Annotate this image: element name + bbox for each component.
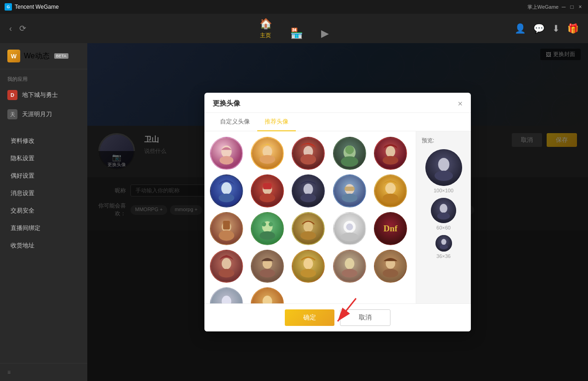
avatar-cell[interactable] bbox=[210, 174, 243, 207]
avatar-cell[interactable] bbox=[292, 174, 325, 207]
gift-button[interactable]: 🎁 bbox=[567, 23, 579, 34]
home-icon: 🏠 bbox=[260, 18, 272, 30]
video-icon: ▶ bbox=[321, 28, 329, 39]
svg-rect-36 bbox=[223, 221, 230, 230]
sidebar-menu-livestream[interactable]: 直播间绑定 bbox=[0, 219, 87, 237]
svg-point-14 bbox=[385, 146, 395, 157]
nav-store[interactable]: 🏪 bbox=[290, 28, 303, 39]
sidebar-item-tianya[interactable]: 天 天涯明月刀 bbox=[0, 105, 87, 124]
svg-point-74 bbox=[435, 171, 453, 181]
avatar-image bbox=[334, 138, 365, 169]
minimize-button[interactable]: ─ bbox=[560, 4, 567, 10]
avatar-cell[interactable] bbox=[251, 287, 284, 303]
avatar-cell[interactable] bbox=[251, 174, 284, 207]
avatar-image bbox=[252, 288, 283, 303]
avatar-image bbox=[293, 251, 324, 282]
dialog-tabs: 自定义头像 推荐头像 bbox=[204, 113, 471, 131]
svg-point-31 bbox=[385, 183, 396, 194]
avatar-image bbox=[252, 213, 283, 244]
sidebar-menu-privacy[interactable]: 隐私设置 bbox=[0, 150, 87, 167]
sidebar-menu-security[interactable]: 交易安全 bbox=[0, 202, 87, 219]
modal-overlay: 更换头像 × 自定义头像 推荐头像 bbox=[87, 43, 588, 381]
nav-bar: ‹ ⟳ 🏠 主页 🏪 ▶ 👤 💬 ⬇ 🎁 bbox=[0, 14, 588, 43]
avatar-cell[interactable] bbox=[210, 287, 243, 303]
svg-point-56 bbox=[260, 269, 275, 278]
svg-point-12 bbox=[341, 157, 358, 167]
svg-point-58 bbox=[304, 258, 313, 269]
avatar-image bbox=[293, 138, 324, 169]
sidebar: W We动态 BETA 我的应用 D 地下城与勇士 天 天涯明月刀 资料修改 隐… bbox=[0, 43, 87, 381]
avatar-cell[interactable] bbox=[374, 137, 407, 170]
avatar-cell[interactable] bbox=[333, 212, 366, 245]
avatar-cell[interactable] bbox=[292, 212, 325, 245]
svg-point-59 bbox=[300, 269, 316, 278]
avatar-cell[interactable]: Dnf bbox=[374, 212, 407, 245]
content-area: 🖼 更换封面 📷 更换头像 卫山 说些什么 取消 保存 bbox=[87, 43, 588, 381]
avatar-cell[interactable] bbox=[292, 137, 325, 170]
svg-point-79 bbox=[441, 239, 446, 245]
avatar-image bbox=[211, 288, 242, 303]
avatar-cell[interactable] bbox=[292, 250, 325, 283]
tab-recommend-avatar[interactable]: 推荐头像 bbox=[257, 113, 296, 131]
avatar-cell[interactable] bbox=[374, 250, 407, 283]
avatar-cell[interactable] bbox=[333, 250, 366, 283]
change-avatar-dialog: 更换头像 × 自定义头像 推荐头像 bbox=[204, 93, 471, 331]
svg-point-77 bbox=[437, 213, 450, 219]
nav-home[interactable]: 🏠 主页 bbox=[260, 18, 272, 39]
avatar-grid-area[interactable]: Dnf bbox=[204, 131, 416, 303]
sidebar-menu-profile[interactable]: 资料修改 bbox=[0, 132, 87, 150]
confirm-button[interactable]: 确定 bbox=[285, 309, 334, 326]
back-button[interactable]: ‹ bbox=[9, 24, 12, 34]
refresh-button[interactable]: ⟳ bbox=[19, 23, 26, 34]
svg-point-65 bbox=[383, 269, 398, 278]
sidebar-tianya-label: 天涯明月刀 bbox=[22, 110, 52, 118]
svg-point-35 bbox=[219, 230, 234, 241]
title-bar: G Tencent WeGame 掌上WeGame ─ □ × bbox=[0, 0, 588, 14]
palm-wegame-label: 掌上WeGame bbox=[527, 4, 559, 11]
svg-rect-21 bbox=[263, 183, 272, 189]
avatar-cell[interactable] bbox=[251, 137, 284, 170]
preview-size-60: 60×60 bbox=[436, 225, 451, 230]
nav-video[interactable]: ▶ bbox=[321, 28, 329, 39]
avatar-cell[interactable] bbox=[210, 212, 243, 245]
avatar-cell[interactable] bbox=[210, 137, 243, 170]
dialog-cancel-button[interactable]: 取消 bbox=[340, 309, 390, 326]
svg-point-15 bbox=[383, 156, 398, 165]
avatar-cell[interactable] bbox=[333, 137, 366, 170]
preview-size-36: 36×36 bbox=[436, 253, 451, 259]
maximize-button[interactable]: □ bbox=[569, 4, 575, 10]
avatar-cell[interactable] bbox=[251, 212, 284, 245]
avatar-cell[interactable] bbox=[333, 174, 366, 207]
svg-text:Dnf: Dnf bbox=[384, 224, 398, 233]
svg-point-32 bbox=[383, 194, 398, 202]
avatar-image bbox=[211, 251, 242, 282]
svg-point-47 bbox=[346, 224, 353, 230]
avatar-cell[interactable] bbox=[374, 174, 407, 207]
app-logo: G bbox=[5, 3, 12, 11]
sidebar-brand: W We动态 BETA bbox=[0, 43, 87, 69]
sidebar-item-dnf[interactable]: D 地下城与勇士 bbox=[0, 85, 87, 105]
avatar-image bbox=[334, 213, 365, 244]
title-bar-left: G Tencent WeGame bbox=[5, 3, 59, 11]
svg-point-24 bbox=[304, 184, 313, 195]
close-button[interactable]: × bbox=[577, 4, 583, 10]
preview-avatar-60 bbox=[431, 198, 456, 223]
preview-100: 100×100 bbox=[425, 149, 462, 193]
dialog-close-button[interactable]: × bbox=[458, 100, 463, 108]
sidebar-footer[interactable]: ≡ bbox=[0, 363, 87, 381]
message-button[interactable]: 💬 bbox=[533, 23, 545, 34]
svg-point-39 bbox=[262, 222, 266, 226]
user-avatar-nav[interactable]: 👤 bbox=[514, 23, 526, 34]
sidebar-menu-messages[interactable]: 消息设置 bbox=[0, 185, 87, 202]
sidebar-section-label: 我的应用 bbox=[0, 73, 87, 85]
avatar-cell[interactable] bbox=[210, 250, 243, 283]
preview-size-100: 100×100 bbox=[434, 188, 453, 193]
sidebar-menu-preferences[interactable]: 偶好设置 bbox=[0, 167, 87, 185]
avatar-image bbox=[293, 213, 324, 244]
avatar-cell[interactable] bbox=[251, 250, 284, 283]
svg-point-73 bbox=[438, 158, 449, 171]
download-button[interactable]: ⬇ bbox=[552, 23, 560, 34]
sidebar-menu-address[interactable]: 收货地址 bbox=[0, 237, 87, 254]
preview-label: 预览: bbox=[422, 137, 434, 145]
tab-custom-avatar[interactable]: 自定义头像 bbox=[213, 113, 257, 131]
